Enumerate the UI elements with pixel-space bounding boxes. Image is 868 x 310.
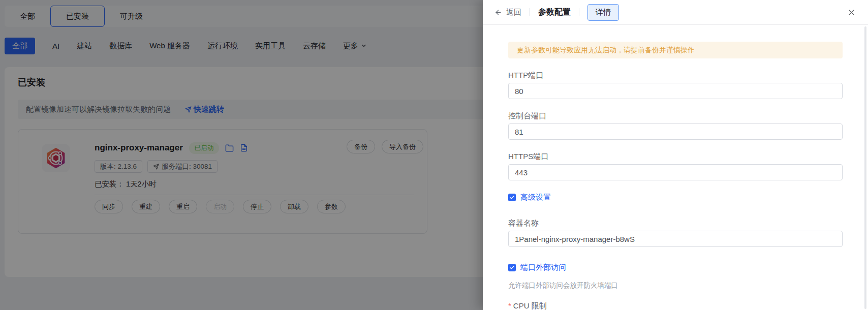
check-icon (508, 194, 516, 201)
cpu-limit-text: CPU 限制 (513, 301, 547, 310)
back-button[interactable]: 返回 (494, 8, 521, 17)
console-port-label: 控制台端口 (508, 111, 843, 121)
port-external-label: 端口外部访问 (520, 263, 566, 272)
container-name-input[interactable] (508, 231, 843, 247)
drawer-header: 返回 参数配置 详情 (483, 0, 868, 25)
advanced-settings-label: 高级设置 (520, 193, 551, 202)
console-port-field: 控制台端口 (508, 111, 843, 140)
http-port-label: HTTP端口 (508, 71, 843, 81)
screen: 全部 已安装 可升级 全部 AI 建站 数据库 Web 服务器 运行环境 实用工… (0, 0, 868, 310)
https-port-label: HTTPS端口 (508, 152, 843, 162)
console-port-input[interactable] (508, 123, 843, 140)
https-port-input[interactable] (508, 164, 843, 180)
required-marker: * (508, 301, 511, 310)
divider (579, 8, 579, 16)
close-icon[interactable] (847, 8, 856, 17)
port-external-checkbox[interactable]: 端口外部访问 (508, 263, 843, 272)
port-external-hint: 允许端口外部访问会放开防火墙端口 (508, 281, 843, 289)
divider (530, 8, 530, 16)
http-port-input[interactable] (508, 83, 843, 99)
config-drawer: 返回 参数配置 详情 更新参数可能导致应用无法启动，请提前备份并谨慎操作 HTT… (483, 0, 868, 310)
warning-alert: 更新参数可能导致应用无法启动，请提前备份并谨慎操作 (508, 42, 843, 58)
container-name-field: 容器名称 (508, 219, 843, 247)
container-name-label: 容器名称 (508, 219, 843, 229)
drawer-title: 参数配置 (538, 7, 571, 18)
advanced-settings-checkbox[interactable]: 高级设置 (508, 193, 843, 202)
http-port-field: HTTP端口 (508, 71, 843, 99)
detail-button[interactable]: 详情 (587, 4, 619, 21)
https-port-field: HTTPS端口 (508, 152, 843, 180)
back-label: 返回 (506, 8, 521, 17)
arrow-left-icon (494, 9, 502, 16)
check-icon (508, 264, 516, 271)
drawer-scrollbar[interactable] (864, 26, 866, 309)
drawer-body: 更新参数可能导致应用无法启动，请提前备份并谨慎操作 HTTP端口 控制台端口 H… (483, 25, 868, 310)
cpu-limit-label: * CPU 限制 (508, 301, 843, 310)
